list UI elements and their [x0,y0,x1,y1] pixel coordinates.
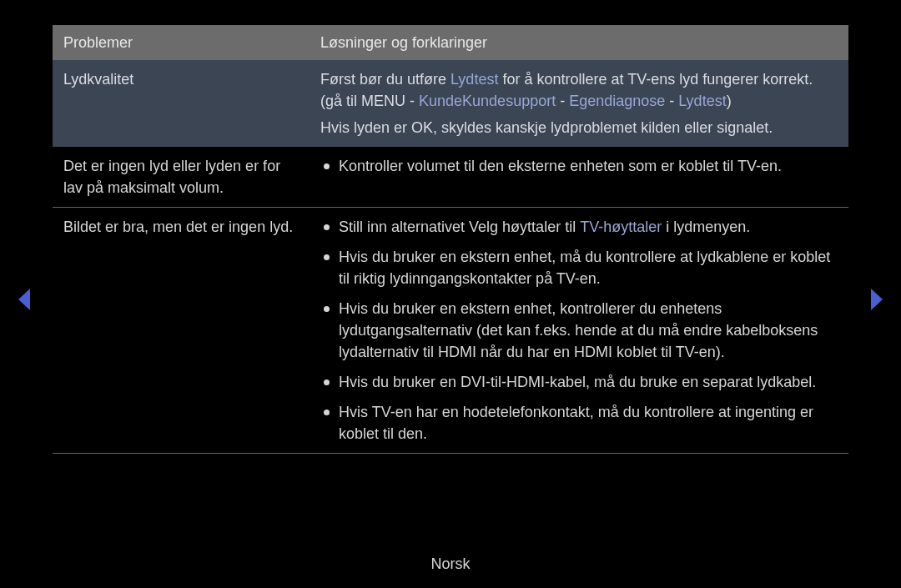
highlight-text: Lydtest [450,71,498,88]
table-row: Bildet er bra, men det er ingen lyd. Sti… [53,208,848,454]
troubleshooting-table: Problemer Løsninger og forklaringer Lydk… [53,25,848,454]
list-item: Hvis du bruker en DVI-til-HDMI-kabel, må… [320,371,838,393]
nav-prev-button[interactable] [17,287,33,312]
page-language-label: Norsk [0,555,901,573]
solution-cell: Kontroller volumet til den eksterne enhe… [309,147,848,185]
list-item: Hvis du bruker en ekstern enhet, må du k… [320,246,838,289]
list-item: Still inn alternativet Velg høyttaler ti… [320,216,838,238]
svg-marker-0 [18,289,30,310]
bold-text: MENU [361,93,405,109]
highlight-text: TV-høyttaler [580,219,662,235]
text: i lydmenyen. [662,219,750,235]
text: Hvis lyden er [320,119,411,136]
text: - [665,93,678,109]
list-item: Hvis TV-en har en hodetelefonkontakt, må… [320,401,838,445]
text: - [556,93,569,109]
highlight-text: Lydtest [678,93,726,109]
highlight-text: KundeKundesupport [419,93,556,109]
header-solution: Løsninger og forklaringer [309,25,848,60]
bold-text: OK [411,119,433,136]
solution-cell: Først bør du utføre Lydtest for å kontro… [309,60,848,147]
text: Først bør du utføre [320,71,450,88]
text: - [405,93,419,109]
table-row: Det er ingen lyd eller lyden er for lav … [53,147,848,208]
header-problem: Problemer [53,25,309,60]
nav-next-button[interactable] [868,287,884,312]
highlight-text: Egendiagnose [569,93,665,109]
problem-cell: Det er ingen lyd eller lyden er for lav … [53,147,309,207]
problem-cell: Bildet er bra, men det er ingen lyd. [53,208,309,246]
table-row: Lydkvalitet Først bør du utføre Lydtest … [53,60,848,147]
solution-list: Kontroller volumet til den eksterne enhe… [320,155,838,177]
solution-line: (gå til MENU - KundeKundesupport - Egend… [320,90,838,112]
solution-cell: Still inn alternativet Velg høyttaler ti… [309,208,848,453]
table-header-row: Problemer Løsninger og forklaringer [53,25,848,60]
text: ) [727,93,732,109]
problem-cell: Lydkvalitet [53,60,309,98]
text: Still inn alternativet Velg høyttaler ti… [339,219,580,235]
triangle-left-icon [17,287,33,312]
text: for å kontrollere at TV-ens lyd fungerer… [498,71,813,88]
text: (gå til [320,93,361,109]
triangle-right-icon [868,287,884,312]
solution-line: Hvis lyden er OK, skyldes kanskje lydpro… [320,117,838,138]
list-item: Kontroller volumet til den eksterne enhe… [320,155,838,177]
list-item: Hvis du bruker en ekstern enhet, kontrol… [320,298,838,363]
solution-line: Først bør du utføre Lydtest for å kontro… [320,68,838,90]
solution-list: Still inn alternativet Velg høyttaler ti… [320,216,838,445]
text: , skyldes kanskje lydproblemet kilden el… [433,119,773,136]
svg-marker-1 [871,289,883,310]
